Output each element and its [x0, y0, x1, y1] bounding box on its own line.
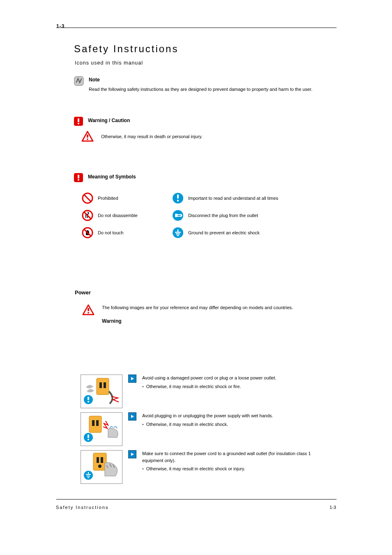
svg-point-44: [98, 465, 101, 468]
no-disassemble-label: Do not disassemble: [98, 212, 172, 219]
svg-rect-42: [97, 457, 99, 463]
instr-1-lead: Avoid plugging in or unplugging the powe…: [142, 413, 273, 418]
disconnect-label: Disconnect the plug from the outlet: [188, 212, 287, 219]
warning-caution-body: Otherwise, it may result in death or per…: [101, 133, 203, 140]
no-touch-icon: [81, 227, 98, 239]
note-body: Read the following safety instructions a…: [89, 86, 337, 93]
svg-rect-17: [175, 214, 178, 217]
arrow-square-icon: [128, 375, 136, 383]
instr-0-body: Otherwise, it may result in electric sho…: [146, 383, 241, 390]
prohibited-label: Prohibited: [98, 195, 172, 202]
footer-right: 1-3: [330, 505, 336, 510]
svg-rect-28: [99, 382, 102, 388]
svg-rect-34: [89, 416, 101, 432]
instr-2-body: Otherwise, it may result in electric sho…: [146, 465, 245, 472]
symbols-heading: Meaning of Symbols: [88, 173, 136, 180]
svg-point-8: [78, 179, 79, 181]
disconnect-plug-icon: [172, 209, 188, 222]
power-warning-body: The following images are for your refere…: [102, 304, 293, 311]
ground-icon: [172, 227, 188, 239]
svg-marker-50: [131, 453, 134, 456]
no-touch-label: Do not touch: [98, 229, 172, 236]
svg-marker-40: [131, 415, 134, 418]
important-label: Important to read and understand at all …: [188, 195, 287, 202]
svg-rect-29: [104, 382, 106, 388]
instr-2-lead: Make sure to connect the power cord to a…: [142, 451, 311, 463]
svg-point-3: [78, 123, 79, 125]
section-number: 1-3: [56, 23, 65, 30]
bottom-ruler: [56, 499, 337, 500]
illustration-grounded-outlet: [81, 450, 122, 484]
svg-rect-7: [78, 175, 79, 178]
svg-point-26: [88, 312, 89, 313]
svg-rect-2: [78, 118, 79, 122]
top-ruler: [56, 28, 337, 28]
instr-0-lead: Avoid using a damaged power cord or plug…: [142, 375, 276, 380]
svg-rect-4: [87, 134, 88, 137]
footer-left: Safety Instructions: [56, 505, 109, 510]
caution-triangle-icon: [82, 304, 95, 316]
svg-rect-25: [88, 308, 89, 311]
page-title: Safety Instructions: [74, 43, 178, 55]
ground-label: Ground to prevent an electric shock: [188, 229, 287, 236]
svg-rect-43: [101, 457, 103, 463]
svg-rect-35: [92, 420, 95, 426]
caution-triangle-icon: [81, 131, 94, 142]
svg-point-39: [88, 439, 89, 440]
power-heading: Power: [75, 289, 338, 297]
svg-rect-31: [88, 397, 89, 400]
svg-point-5: [87, 139, 88, 140]
svg-rect-12: [177, 194, 179, 199]
warning-caution-heading: Warning / Caution: [88, 117, 130, 124]
note-heading: Note: [89, 76, 337, 83]
illustration-damaged-cord: [81, 375, 122, 408]
arrow-square-icon: [128, 450, 136, 458]
power-warning-label: Warning: [102, 317, 293, 325]
page-subtitle: Icons used in this manual: [75, 60, 143, 66]
note-icon: [74, 76, 84, 86]
svg-point-13: [177, 200, 179, 201]
warning-square-icon: [74, 173, 83, 182]
warning-square-icon: [74, 117, 83, 126]
svg-rect-36: [96, 420, 99, 426]
arrow-square-icon: [128, 412, 136, 421]
svg-rect-27: [97, 378, 109, 395]
svg-line-10: [84, 195, 91, 201]
svg-point-32: [88, 401, 89, 402]
svg-rect-38: [88, 435, 89, 438]
prohibited-icon: [81, 192, 98, 204]
important-icon: [172, 192, 188, 204]
no-disassemble-icon: [81, 209, 98, 222]
illustration-wet-hands: [81, 412, 122, 446]
instr-1-body: Otherwise, it may result in electric sho…: [146, 421, 228, 428]
svg-marker-33: [131, 377, 134, 380]
